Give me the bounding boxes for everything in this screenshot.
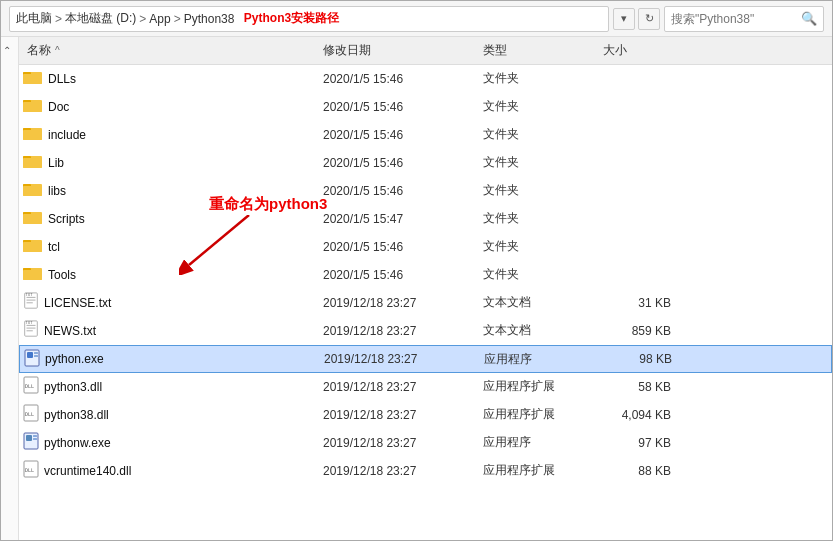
file-name-text: python3.dll	[44, 380, 102, 394]
svg-text:DLL: DLL	[25, 411, 34, 417]
table-row[interactable]: Lib 2020/1/5 15:46 文件夹	[19, 149, 832, 177]
file-type: 文件夹	[483, 154, 603, 171]
svg-rect-22	[23, 242, 42, 252]
svg-rect-45	[26, 435, 32, 441]
table-row[interactable]: pythonw.exe 2019/12/18 23:27 应用程序 97 KB	[19, 429, 832, 457]
col-header-date[interactable]: 修改日期	[323, 42, 483, 59]
breadcrumb-sep-3: >	[174, 12, 181, 26]
table-row[interactable]: DLL python3.dll 2019/12/18 23:27 应用程序扩展 …	[19, 373, 832, 401]
svg-text:TXT: TXT	[26, 321, 34, 325]
svg-rect-46	[33, 435, 37, 437]
file-type: 应用程序扩展	[483, 462, 603, 479]
table-row[interactable]: tcl 2020/1/5 15:46 文件夹	[19, 233, 832, 261]
file-name: libs	[23, 181, 323, 200]
file-date: 2019/12/18 23:27	[323, 324, 483, 338]
table-row[interactable]: DLLs 2020/1/5 15:46 文件夹	[19, 65, 832, 93]
col-header-name[interactable]: 名称 ^	[23, 42, 323, 59]
file-date: 2020/1/5 15:46	[323, 156, 483, 170]
file-size: 97 KB	[603, 436, 683, 450]
dropdown-button[interactable]: ▾	[613, 8, 635, 30]
table-row[interactable]: Doc 2020/1/5 15:46 文件夹	[19, 93, 832, 121]
file-type: 文本文档	[483, 294, 603, 311]
col-header-type[interactable]: 类型	[483, 42, 603, 59]
svg-rect-19	[23, 214, 42, 224]
svg-rect-38	[34, 352, 38, 354]
table-row[interactable]: include 2020/1/5 15:46 文件夹	[19, 121, 832, 149]
refresh-button[interactable]: ↻	[638, 8, 660, 30]
file-name: DLL python38.dll	[23, 404, 323, 425]
file-name-text: Tools	[48, 268, 76, 282]
search-input[interactable]	[671, 12, 801, 26]
file-date: 2019/12/18 23:27	[323, 296, 483, 310]
folder-icon	[23, 181, 43, 200]
file-name: DLLs	[23, 69, 323, 88]
folder-icon	[23, 69, 43, 88]
file-date: 2019/12/18 23:27	[323, 436, 483, 450]
file-name-text: Lib	[48, 156, 64, 170]
folder-icon	[23, 97, 43, 116]
file-name-text: DLLs	[48, 72, 76, 86]
file-name-text: pythonw.exe	[44, 436, 111, 450]
table-row[interactable]: Scripts 2020/1/5 15:47 文件夹	[19, 205, 832, 233]
file-date: 2019/12/18 23:27	[323, 464, 483, 478]
file-name: DLL vcruntime140.dll	[23, 460, 323, 481]
file-name: Doc	[23, 97, 323, 116]
main-content: ⌃ 名称 ^ 修改日期 类型 大小 重命名为python3	[1, 37, 832, 540]
file-name: include	[23, 125, 323, 144]
search-box: 🔍	[664, 6, 824, 32]
file-type: 文件夹	[483, 98, 603, 115]
breadcrumb-part-4: Python38	[184, 12, 235, 26]
sidebar-collapse-button[interactable]: ⌃	[3, 45, 11, 56]
file-name: python.exe	[24, 349, 324, 370]
file-type: 文件夹	[483, 70, 603, 87]
file-name-text: libs	[48, 184, 66, 198]
file-date: 2019/12/18 23:27	[323, 380, 483, 394]
file-type: 文件夹	[483, 210, 603, 227]
file-name-text: NEWS.txt	[44, 324, 96, 338]
folder-icon	[23, 237, 43, 256]
breadcrumb-highlight: Python3安装路径	[244, 10, 339, 27]
file-name: Lib	[23, 153, 323, 172]
file-area: 名称 ^ 修改日期 类型 大小 重命名为python3	[19, 37, 832, 540]
file-date: 2020/1/5 15:46	[323, 100, 483, 114]
dll-icon: DLL	[23, 376, 39, 397]
table-row[interactable]: Tools 2020/1/5 15:46 文件夹	[19, 261, 832, 289]
file-type: 文件夹	[483, 182, 603, 199]
table-row[interactable]: DLL python38.dll 2019/12/18 23:27 应用程序扩展…	[19, 401, 832, 429]
svg-rect-7	[23, 102, 42, 112]
table-row[interactable]: TXT LICENSE.txt 2019/12/18 23:27 文本文档 31…	[19, 289, 832, 317]
svg-rect-13	[23, 158, 42, 168]
breadcrumb[interactable]: 此电脑 > 本地磁盘 (D:) > App > Python38 Python3…	[9, 6, 609, 32]
sort-arrow-icon: ^	[55, 45, 60, 56]
col-header-size[interactable]: 大小	[603, 42, 683, 59]
file-date: 2020/1/5 15:46	[323, 268, 483, 282]
file-name: TXT LICENSE.txt	[23, 292, 323, 313]
folder-icon	[23, 265, 43, 284]
svg-rect-16	[23, 186, 42, 196]
svg-rect-37	[27, 352, 33, 358]
folder-icon	[23, 125, 43, 144]
table-row[interactable]: libs 2020/1/5 15:46 文件夹	[19, 177, 832, 205]
file-type: 文本文档	[483, 322, 603, 339]
breadcrumb-sep-4	[237, 12, 240, 26]
file-type: 文件夹	[483, 238, 603, 255]
file-name-text: python38.dll	[44, 408, 109, 422]
txt-icon: TXT	[23, 292, 39, 313]
file-size: 31 KB	[603, 296, 683, 310]
exe-icon	[24, 349, 40, 370]
breadcrumb-part-1: 此电脑	[16, 10, 52, 27]
search-icon[interactable]: 🔍	[801, 11, 817, 26]
svg-text:TXT: TXT	[26, 293, 34, 297]
breadcrumb-part-2: 本地磁盘 (D:)	[65, 10, 136, 27]
svg-rect-4	[23, 74, 42, 84]
file-name-text: include	[48, 128, 86, 142]
table-row[interactable]: TXT NEWS.txt 2019/12/18 23:27 文本文档 859 K…	[19, 317, 832, 345]
file-name-text: python.exe	[45, 352, 104, 366]
file-type: 应用程序	[483, 434, 603, 451]
table-row[interactable]: DLL vcruntime140.dll 2019/12/18 23:27 应用…	[19, 457, 832, 485]
svg-rect-10	[23, 130, 42, 140]
explorer-window: 此电脑 > 本地磁盘 (D:) > App > Python38 Python3…	[0, 0, 833, 541]
sidebar: ⌃	[1, 37, 19, 540]
table-row[interactable]: python.exe 2019/12/18 23:27 应用程序 98 KB	[19, 345, 832, 373]
file-size: 98 KB	[604, 352, 684, 366]
